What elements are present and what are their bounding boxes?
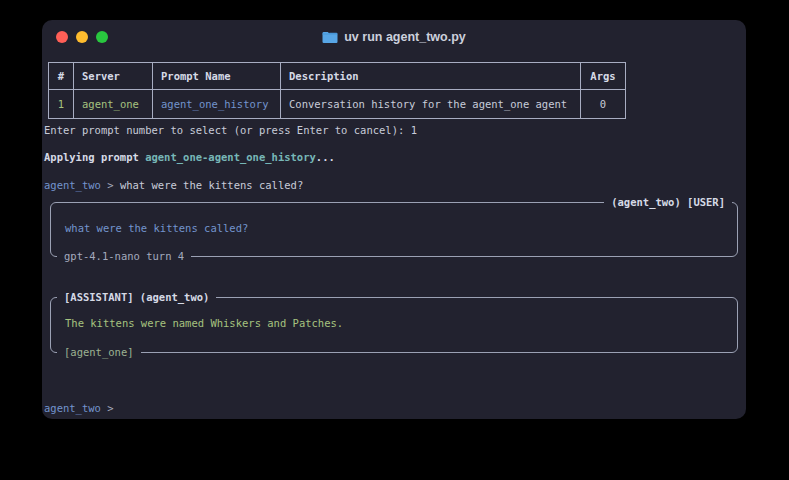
enter-prompt-typed-value: 1 <box>411 124 417 136</box>
header-server: Server <box>74 63 153 90</box>
header-num: # <box>49 63 74 90</box>
titlebar: uv run agent_two.py <box>42 20 746 54</box>
user-typed-message: what were the kittens called? <box>120 179 303 191</box>
header-description: Description <box>281 63 581 90</box>
cell-num: 1 <box>49 90 74 119</box>
applying-target: agent_one-agent_one_history <box>145 151 316 163</box>
enter-prompt-line: Enter prompt number to select (or press … <box>44 124 417 137</box>
input-agent-name: agent_two <box>44 402 101 414</box>
terminal-window: uv run agent_two.py # Server Prompt Name… <box>42 20 746 419</box>
prompts-table: # Server Prompt Name Description Args 1 … <box>48 62 626 119</box>
cell-server: agent_one <box>74 90 153 119</box>
cell-description: Conversation history for the agent_one a… <box>281 90 581 119</box>
user-input-echo-line: agent_two > what were the kittens called… <box>44 179 303 192</box>
close-button[interactable] <box>56 31 68 43</box>
user-message-panel: (agent_two) [USER] what were the kittens… <box>50 202 738 257</box>
cell-args: 0 <box>581 90 626 119</box>
window-title-text: uv run agent_two.py <box>344 30 466 44</box>
user-panel-footer: gpt-4.1-nano turn 4 <box>57 250 191 263</box>
input-caret: > <box>101 402 120 414</box>
applying-prompt-line: Applying prompt agent_one-agent_one_hist… <box>44 151 335 164</box>
assistant-panel-footer: [agent_one] <box>57 346 141 359</box>
minimize-button[interactable] <box>76 31 88 43</box>
applying-suffix: ... <box>316 151 335 163</box>
prompt-caret: > <box>101 179 120 191</box>
assistant-message-panel: [ASSISTANT] (agent_two) The kittens were… <box>50 297 738 353</box>
user-panel-title: (agent_two) [USER] <box>604 196 732 209</box>
enter-prompt-text: Enter prompt number to select (or press … <box>44 124 411 136</box>
header-args: Args <box>581 63 626 90</box>
applying-prefix: Applying prompt <box>44 151 145 163</box>
table-row: 1 agent_one agent_one_history Conversati… <box>49 90 626 119</box>
table-header-row: # Server Prompt Name Description Args <box>49 63 626 90</box>
window-title: uv run agent_two.py <box>322 30 466 44</box>
traffic-lights <box>56 20 108 54</box>
zoom-button[interactable] <box>96 31 108 43</box>
folder-icon <box>322 31 338 44</box>
assistant-panel-title: [ASSISTANT] (agent_two) <box>57 291 216 304</box>
prompt-agent-name: agent_two <box>44 179 101 191</box>
header-prompt-name: Prompt Name <box>153 63 281 90</box>
cell-prompt-name: agent_one_history <box>153 90 281 119</box>
terminal-input-line[interactable]: agent_two > <box>44 402 120 415</box>
